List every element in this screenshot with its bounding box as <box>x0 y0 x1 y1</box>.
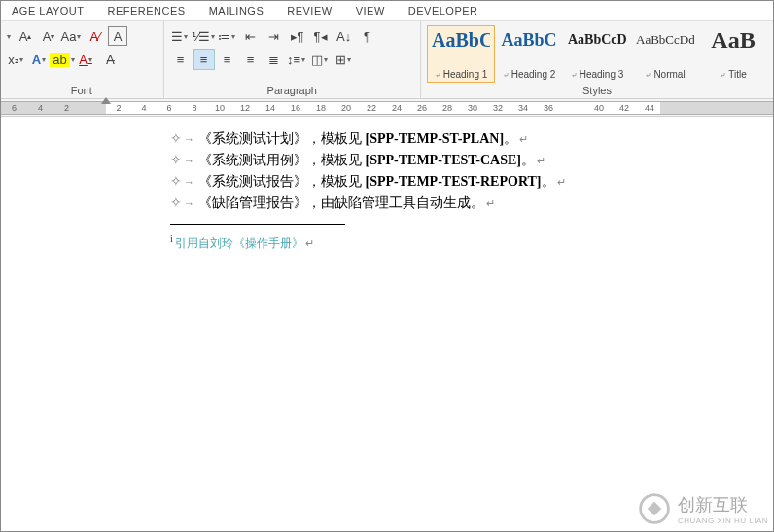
subscript-button[interactable]: x₂▾ <box>6 49 27 70</box>
text-effects-button[interactable]: A▾ <box>29 49 51 70</box>
ltr-button[interactable]: ▸¶ <box>287 25 308 47</box>
doc-line[interactable]: ✧→《缺陷管理报告》，由缺陷管理工具自动生成。↵ <box>170 193 774 214</box>
ribbon-tabs: AGE LAYOUT REFERENCES MAILINGS REVIEW VI… <box>0 0 774 21</box>
group-label-styles: Styles <box>427 83 767 96</box>
tab-references[interactable]: REFERENCES <box>95 1 196 20</box>
align-left-button[interactable]: ≡ <box>170 49 192 70</box>
align-center-button[interactable]: ≡ <box>194 49 215 70</box>
group-font: ▾ A▴ A▾ Aa▾ A⁄ A x₂▾ A▾ ab▾ A▾ A̶ Font <box>0 21 164 98</box>
first-line-indent-marker[interactable] <box>101 97 111 104</box>
styles-gallery[interactable]: AaBbC ⤶Heading 1 AaBbC ⤶Heading 2 AaBbCc… <box>427 25 767 83</box>
footnote-separator <box>170 224 345 225</box>
footnote[interactable]: i引用自刘玲《操作手册》↵ <box>170 229 774 254</box>
style-heading1[interactable]: AaBbC ⤶Heading 1 <box>427 25 495 83</box>
font-color-button[interactable]: A▾ <box>76 49 97 70</box>
show-marks-button[interactable]: ¶ <box>357 25 378 47</box>
grow-font-button[interactable]: A▴ <box>15 25 36 47</box>
style-title[interactable]: AaB ⤶Title <box>699 25 767 83</box>
shading-button[interactable]: ◫▾ <box>310 49 332 70</box>
decrease-indent-button[interactable]: ⇤ <box>240 25 262 47</box>
tab-page-layout[interactable]: AGE LAYOUT <box>0 1 95 20</box>
rtl-button[interactable]: ¶◂ <box>310 25 332 47</box>
tab-developer[interactable]: DEVELOPER <box>397 1 490 20</box>
style-heading2[interactable]: AaBbC ⤶Heading 2 <box>495 25 563 83</box>
group-label-font: Font <box>6 83 158 96</box>
numbering-button[interactable]: ⅟☰▾ <box>194 25 215 47</box>
distributed-button[interactable]: ≣ <box>264 49 285 70</box>
document-area[interactable]: ✧→《系统测试计划》，模板见 [SPP-TEMP-ST-PLAN]。↵✧→《系统… <box>0 117 774 532</box>
ribbon: ▾ A▴ A▾ Aa▾ A⁄ A x₂▾ A▾ ab▾ A▾ A̶ Font ☰… <box>0 21 774 99</box>
borders-button[interactable]: ⊞▾ <box>334 49 355 70</box>
highlight-button[interactable]: ab▾ <box>53 49 74 70</box>
tab-mailings[interactable]: MAILINGS <box>197 1 276 20</box>
group-label-paragraph: Paragraph <box>170 83 414 96</box>
group-styles: AaBbC ⤶Heading 1 AaBbC ⤶Heading 2 AaBbCc… <box>421 21 774 98</box>
doc-line[interactable]: ✧→《系统测试报告》，模板见 [SPP-TEMP-TEST-REPORT]。↵ <box>170 171 774 193</box>
clear-formatting-button[interactable]: A⁄ <box>85 25 106 47</box>
style-heading3[interactable]: AaBbCcD ⤶Heading 3 <box>563 25 631 83</box>
font-dd-icon[interactable]: ▾ <box>5 32 13 41</box>
justify-button[interactable]: ≡ <box>240 49 262 70</box>
line-spacing-button[interactable]: ↕≡▾ <box>287 49 308 70</box>
style-normal[interactable]: AaBbCcDd ⤶Normal <box>631 25 699 83</box>
group-paragraph: ☰▾ ⅟☰▾ ≔▾ ⇤ ⇥ ▸¶ ¶◂ A↓ ¶ ≡ ≡ ≡ ≡ ≣ ↕≡▾ ◫… <box>164 21 421 98</box>
change-case-button[interactable]: Aa▾ <box>61 25 83 47</box>
character-shading-button[interactable]: A̶ <box>99 49 121 70</box>
multilevel-button[interactable]: ≔▾ <box>217 25 238 47</box>
increase-indent-button[interactable]: ⇥ <box>264 25 285 47</box>
align-right-button[interactable]: ≡ <box>217 49 238 70</box>
tab-view[interactable]: VIEW <box>344 1 397 20</box>
shrink-font-button[interactable]: A▾ <box>38 25 59 47</box>
tab-review[interactable]: REVIEW <box>275 1 343 20</box>
horizontal-ruler[interactable]: 6422468101214161820222426283032343640424… <box>0 99 774 117</box>
doc-line[interactable]: ✧→《系统测试用例》，模板见 [SPP-TEMP-TEST-CASE]。↵ <box>170 150 774 171</box>
doc-line[interactable]: ✧→《系统测试计划》，模板见 [SPP-TEMP-ST-PLAN]。↵ <box>170 128 774 150</box>
sort-button[interactable]: A↓ <box>334 25 355 47</box>
watermark-logo: 创新互联 CHUANG XIN HU LIAN <box>637 491 768 526</box>
bullets-button[interactable]: ☰▾ <box>170 25 192 47</box>
character-border-button[interactable]: A <box>108 26 127 46</box>
